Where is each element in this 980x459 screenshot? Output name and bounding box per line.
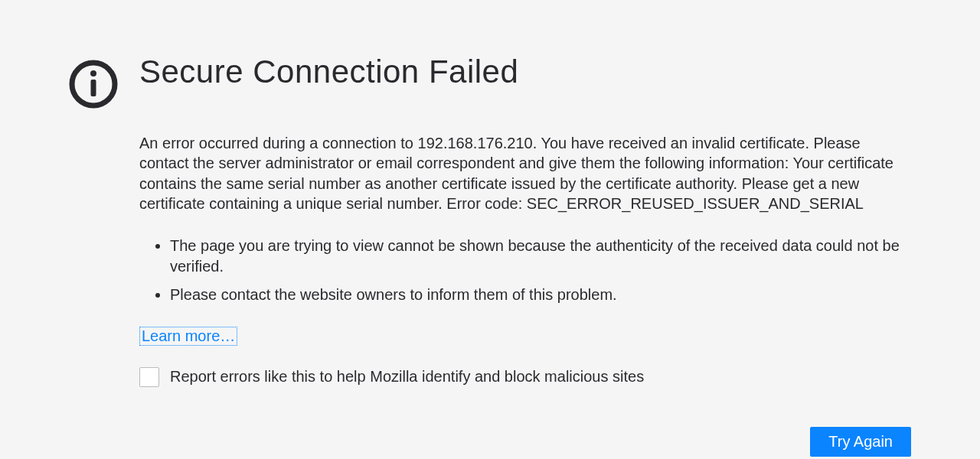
learn-more-link[interactable]: Learn more…	[139, 327, 237, 346]
button-row: Try Again	[139, 427, 911, 457]
error-page: Secure Connection Failed An error occurr…	[0, 0, 980, 457]
error-description: An error occurred during a connection to…	[139, 133, 911, 214]
try-again-button[interactable]: Try Again	[810, 427, 911, 457]
content-column: Secure Connection Failed An error occurr…	[139, 54, 911, 457]
icon-column	[69, 54, 139, 109]
info-icon	[69, 60, 118, 109]
page-title: Secure Connection Failed	[139, 54, 911, 90]
error-bullets: The page you are trying to view cannot b…	[139, 236, 911, 305]
list-item: Please contact the website owners to inf…	[170, 285, 911, 305]
report-label: Report errors like this to help Mozilla …	[170, 368, 644, 386]
report-row: Report errors like this to help Mozilla …	[139, 367, 911, 387]
svg-point-1	[90, 70, 96, 76]
report-checkbox[interactable]	[139, 367, 159, 387]
list-item: The page you are trying to view cannot b…	[170, 236, 911, 277]
svg-rect-2	[91, 80, 96, 96]
